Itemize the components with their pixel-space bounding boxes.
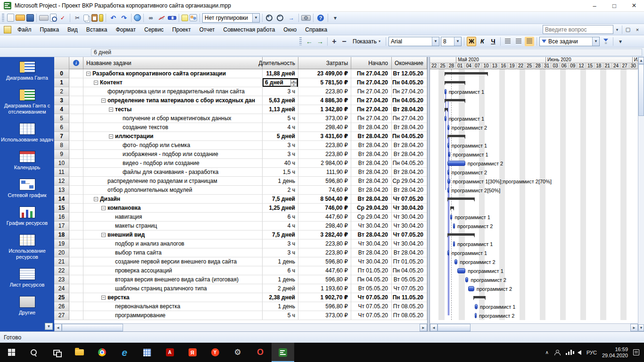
table-horizontal-scrollbar[interactable]: ◄ ► [54,323,427,331]
column-header-1[interactable]: Длительность [263,57,298,69]
task-bar-23[interactable] [465,277,468,282]
column-header-4[interactable]: Окончание [392,57,427,69]
toolbar-grip[interactable] [299,37,302,45]
start-cell[interactable]: Чт 07.05.20 [351,311,392,320]
start-cell[interactable]: Чт 30.04.20 [351,239,392,248]
finish-cell[interactable]: Чт 30.04.20 [392,239,427,248]
start-cell[interactable]: Вт 28.04.20 [351,141,392,150]
duration-cell[interactable]: 1 день [263,302,298,311]
info-cell[interactable] [69,204,83,213]
task-name-cell[interactable]: отбор дополнительных модулей [83,186,263,195]
child-restore-icon[interactable]: ▢ [623,26,633,33]
collapse-icon[interactable]: − [109,107,113,112]
cost-cell[interactable]: 746,00 ₽ [298,204,351,213]
task-name-cell[interactable]: получение и сбор маркетинговых данных [83,114,263,123]
info-cell[interactable] [69,239,83,248]
start-cell[interactable]: Пн 27.04.20 [351,96,392,105]
taskbar-opera-button[interactable] [249,343,272,362]
finish-cell[interactable]: Чт 30.04.20 [392,204,427,213]
row-number-cell[interactable]: 5 [54,114,69,123]
show-subtasks-icon[interactable]: + [330,37,339,46]
task-row-9[interactable]: 9изображения - подбор или создание3 ч223… [54,150,427,159]
finish-cell[interactable]: Вт 28.04.20 [392,248,427,257]
info-cell[interactable] [69,168,83,177]
duration-cell[interactable]: 40 ч [263,159,298,168]
info-cell[interactable] [69,302,83,311]
task-row-11[interactable]: 11файлы для скачивания - разработка1,5 ч… [54,168,427,177]
finish-cell[interactable]: Пт 08.05.20 [392,311,427,320]
row-number-cell[interactable]: 19 [54,239,69,248]
row-number-header[interactable] [54,57,69,69]
finish-cell[interactable]: Вт 12.05.20 [392,69,427,78]
format-painter-icon[interactable] [99,14,103,22]
show-button[interactable]: Показать ▾ [350,37,383,46]
task-name-cell[interactable]: шаблоны страниц различного типа [83,284,263,293]
minimize-icon[interactable] [585,0,604,11]
finish-cell[interactable]: Ср 29.04.20 [392,177,427,186]
cost-cell[interactable]: 298,40 ₽ [298,222,351,230]
finish-cell[interactable]: Пн 27.04.20 [392,114,427,123]
menu-item-Справка[interactable]: Справка [301,25,331,35]
task-bar-8[interactable] [447,143,449,148]
task-name-cell[interactable]: макеты страниц [83,222,263,230]
unlink-tasks-icon[interactable] [157,14,166,22]
go-to-task-icon[interactable] [287,14,296,22]
summary-bar-18[interactable] [447,233,475,236]
cost-cell[interactable]: 223,80 ₽ [298,87,351,96]
duration-cell[interactable]: 6 ч [263,266,298,275]
indent-icon[interactable]: → [315,38,325,45]
task-name-cell[interactable]: навигация [83,213,263,222]
task-row-18[interactable]: 18−внешний вид7,5 дней3 282,40 ₽Вт 28.04… [54,230,427,239]
duration-cell[interactable]: 5,63 дней [263,96,298,105]
duration-cell[interactable]: 3 ч [263,248,298,257]
info-cell[interactable] [69,159,83,168]
info-cell[interactable] [69,87,83,96]
help-icon[interactable] [316,14,325,22]
start-cell[interactable]: Пн 27.04.20 [351,78,392,87]
info-cell[interactable] [69,69,83,78]
task-row-23[interactable]: 23вторая версия внешнего вида сайта (ито… [54,275,427,284]
duration-cell[interactable]: 3 ч [263,239,298,248]
cost-cell[interactable]: 111,90 ₽ [298,168,351,177]
taskbar-yandex-browser-button[interactable] [204,343,226,362]
finish-cell[interactable]: Пн 04.05.20 [392,159,427,168]
task-bar-12[interactable] [447,179,450,184]
scrollbar-thumb[interactable] [62,324,123,331]
duration-cell[interactable]: 1,13 дней [263,105,298,114]
row-number-cell[interactable]: 11 [54,168,69,177]
task-name-cell[interactable]: −Разработка корпоративного сайта организ… [83,69,263,78]
cost-cell[interactable]: 2 984,00 ₽ [298,159,351,168]
taskbar-settings-button[interactable] [226,343,249,362]
start-cell[interactable]: Пн 27.04.20 [351,105,392,114]
finish-cell[interactable]: Пн 27.04.20 [392,87,427,96]
finish-cell[interactable]: Вт 28.04.20 [392,168,427,177]
task-bar-16[interactable] [450,214,453,220]
task-name-cell[interactable]: выбор типа сайта [83,248,263,257]
cost-cell[interactable]: 4 886,30 ₽ [298,96,351,105]
finish-cell[interactable]: Чт 07.05.20 [392,230,427,239]
zoom-out-icon[interactable] [276,14,285,22]
info-cell[interactable] [69,248,83,257]
start-cell[interactable]: Пн 27.04.20 [351,87,392,96]
task-name-cell[interactable]: −компановка [83,204,263,213]
duration-spinner[interactable]: 6 дней▲▼ [263,78,298,87]
duration-cell[interactable]: 3 ч [263,141,298,150]
task-bar-26[interactable] [475,304,478,309]
copy-icon[interactable] [83,15,89,21]
duration-cell[interactable]: 7,5 дней [263,230,298,239]
menu-item-Правка[interactable]: Правка [36,25,64,35]
print-preview-icon[interactable] [50,14,57,22]
row-number-cell[interactable]: 13 [54,186,69,195]
summary-bar-7[interactable] [447,135,465,137]
finish-cell[interactable]: Вт 28.04.20 [392,105,427,114]
people-icon[interactable] [554,350,561,355]
copy-picture-icon[interactable] [301,15,311,21]
undo-icon[interactable] [108,14,118,22]
scroll-left-icon[interactable]: ◄ [54,324,62,331]
chevron-down-icon[interactable]: ▼ [592,37,599,46]
task-bar-21[interactable] [454,259,457,264]
cost-cell[interactable]: 23 499,00 ₽ [298,69,351,78]
start-cell[interactable]: Вт 28.04.20 [351,230,392,239]
chevron-down-icon[interactable]: ▼ [454,37,461,46]
duration-cell[interactable]: 1 день [263,177,298,186]
